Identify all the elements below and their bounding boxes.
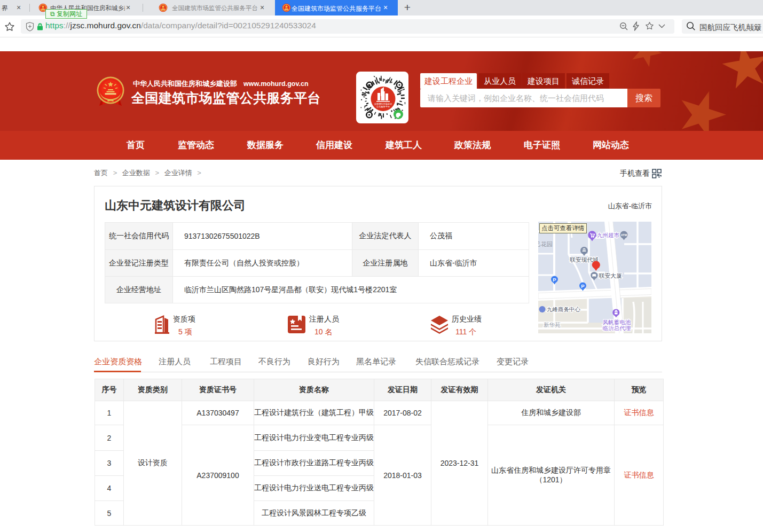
svg-text:九州超市: 九州超市 — [597, 232, 620, 238]
svg-text:风帆蓄电池: 风帆蓄电池 — [603, 319, 631, 325]
svg-text:P: P — [581, 283, 585, 289]
svg-text:九峰商务中心: 九峰商务中心 — [547, 306, 581, 312]
svg-text:P: P — [553, 277, 556, 283]
svg-text:公共服务平台: 公共服务平台 — [376, 105, 390, 108]
svg-text:己花园: 己花园 — [538, 241, 553, 247]
svg-text:临沂总代理: 临沂总代理 — [603, 325, 631, 331]
svg-text:ATM: ATM — [621, 233, 627, 237]
svg-text:新华苑: 新华苑 — [544, 322, 561, 328]
svg-text:联安大厦: 联安大厦 — [599, 272, 622, 279]
